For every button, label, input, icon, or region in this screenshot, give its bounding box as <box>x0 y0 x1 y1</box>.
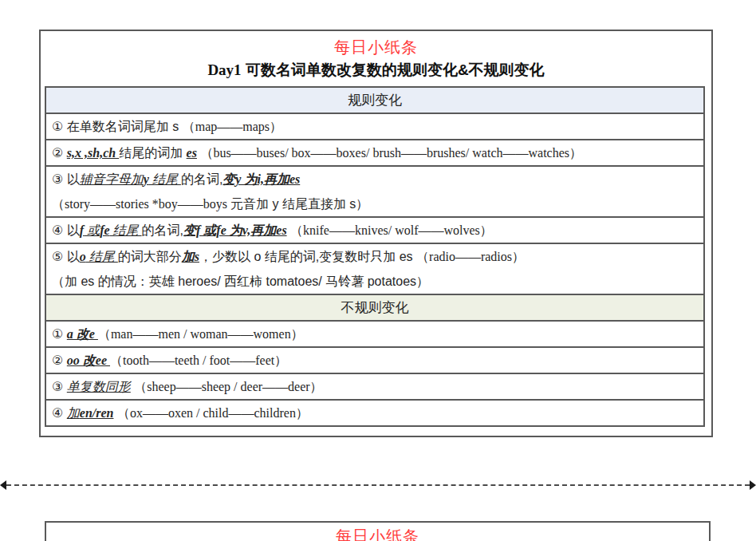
text-run: en/ren <box>80 406 114 420</box>
text-run: 单复数同形 <box>67 380 131 393</box>
text-run: a 改e <box>67 327 98 341</box>
table-title: 每日小纸条 <box>41 31 711 57</box>
text-run: 辅音字母加 <box>80 172 144 186</box>
text-run: （tooth——teeth / foot——feet） <box>110 353 287 367</box>
table-row: ② oo 改ee （tooth——teeth / foot——feet） <box>46 346 703 373</box>
text-run: （sheep——sheep / deer——deer） <box>134 380 322 393</box>
table-row: ④ 加en/ren （ox——oxen / child——children） <box>46 399 703 425</box>
arrow-right-icon <box>750 480 756 490</box>
table-row: ⑤ 以o 结尾 的词大部分加s，少数以 o 结尾的词,变复数时只加 es （ra… <box>46 243 703 294</box>
text-run: ⑤ 以 <box>52 250 80 263</box>
text-run: （map——maps） <box>183 120 282 133</box>
text-run: ③ <box>52 380 67 393</box>
row-line: （加 es 的情况：英雄 heroes/ 西红柿 tomatoes/ 马铃薯 p… <box>46 269 703 294</box>
page-break-divider <box>0 479 756 492</box>
text-run: 结尾 <box>149 172 181 186</box>
text-run: 变f 或fe 为v,再加es <box>183 223 287 237</box>
text-run: 的词大部分 <box>118 250 182 263</box>
text-run: ④ 以 <box>52 223 80 237</box>
table-row: ① 在单数名词词尾加 s （map——maps） <box>46 113 703 139</box>
text-run: ② <box>52 353 67 367</box>
table-row: ③ 以辅音字母加y 结尾 的名词,变y 为i,再加es（story——stori… <box>46 165 703 216</box>
text-run: 结尾 <box>86 250 118 263</box>
section-header: 规则变化 <box>46 88 703 113</box>
text-run: 结尾的词加 <box>119 146 186 160</box>
table-row: ④ 以f 或fe 结尾 的名词,变f 或fe 为v,再加es （knife——k… <box>46 216 703 243</box>
text-run: 的名词, <box>142 223 183 237</box>
row-line: ③ 以辅音字母加y 结尾 的名词,变y 为i,再加es <box>46 167 703 192</box>
text-run: ④ <box>52 406 67 420</box>
text-run: es <box>187 146 197 160</box>
text-run: 或 <box>84 223 100 237</box>
table-row: ② s,x ,sh,ch 结尾的词加 es （bus——buses/ box——… <box>46 139 703 165</box>
row-line: ② oo 改ee （tooth——teeth / foot——feet） <box>46 348 703 373</box>
day-label: Day1 <box>207 61 241 78</box>
arrow-left-icon <box>0 480 6 490</box>
section-header: 不规则变化 <box>46 294 703 320</box>
text-run: （man——men / woman——women） <box>98 327 304 341</box>
row-line: ① a 改e （man——men / woman——women） <box>46 322 703 346</box>
subtitle-text: 可数名词单数改复数的规则变化&不规则变化 <box>242 61 545 78</box>
text-run: （knife——knives/ wolf——wolves） <box>290 223 493 237</box>
row-line: ③ 单复数同形 （sheep——sheep / deer——deer） <box>46 374 703 399</box>
row-line: ⑤ 以o 结尾 的词大部分加s，少数以 o 结尾的词,变复数时只加 es （ra… <box>46 244 703 269</box>
rules-table: 规则变化① 在单数名词词尾加 s （map——maps）② s,x ,sh,ch… <box>45 86 705 427</box>
text-run: 的名词, <box>181 172 222 186</box>
text-run: （bus——buses/ box——boxes/ brush——brushes/… <box>200 146 582 160</box>
text-run: s,x ,sh,ch <box>67 146 119 160</box>
text-run: 元音加 y 结尾直接加 s <box>230 197 356 211</box>
row-line: ① 在单数名词词尾加 s （map——maps） <box>46 114 703 139</box>
text-run: （加 es 的情况：英雄 heroes/ 西红柿 tomatoes/ 马铃薯 p… <box>52 274 429 288</box>
row-line: （story——stories *boy——boys 元音加 y 结尾直接加 s… <box>46 192 703 216</box>
text-run: ） <box>356 197 368 211</box>
text-run: ③ 以 <box>52 172 80 186</box>
text-run: y <box>144 172 149 186</box>
text-run: ② <box>52 146 67 160</box>
table-subtitle: Day1 可数名词单数改复数的规则变化&不规则变化 <box>41 57 711 83</box>
daily-note-table: 每日小纸条 Day1 可数名词单数改复数的规则变化&不规则变化 规则变化① 在单… <box>39 30 713 437</box>
table-row: ① a 改e （man——men / woman——women） <box>46 320 703 346</box>
text-run: 变y 为i,再加es <box>222 172 300 186</box>
text-run: （radio——radios） <box>416 250 525 263</box>
dashed-line <box>6 484 750 486</box>
row-line: ④ 以f 或fe 结尾 的名词,变f 或fe 为v,再加es （knife——k… <box>46 218 703 243</box>
text-run: 结尾 <box>110 223 142 237</box>
row-line: ② s,x ,sh,ch 结尾的词加 es （bus——buses/ box——… <box>46 140 703 165</box>
row-line: ④ 加en/ren （ox——oxen / child——children） <box>46 401 703 425</box>
next-page-table: 每日小纸条 <box>45 521 711 541</box>
text-run: （story——stories *boy——boys <box>52 197 230 211</box>
text-run: （ox——oxen / child——children） <box>117 406 309 420</box>
text-run: o <box>80 250 86 263</box>
text-run: ，少数以 o 结尾的词,变复数时只加 es <box>199 250 416 263</box>
next-table-title: 每日小纸条 <box>46 523 709 541</box>
text-run: 加s <box>182 250 199 263</box>
text-run: fe <box>100 223 109 237</box>
text-run: ① <box>52 327 67 341</box>
text-run: ① 在单数名词词尾加 s <box>52 120 183 133</box>
text-run: oo 改ee <box>67 353 110 367</box>
table-row: ③ 单复数同形 （sheep——sheep / deer——deer） <box>46 373 703 399</box>
text-run: 加 <box>67 406 80 420</box>
